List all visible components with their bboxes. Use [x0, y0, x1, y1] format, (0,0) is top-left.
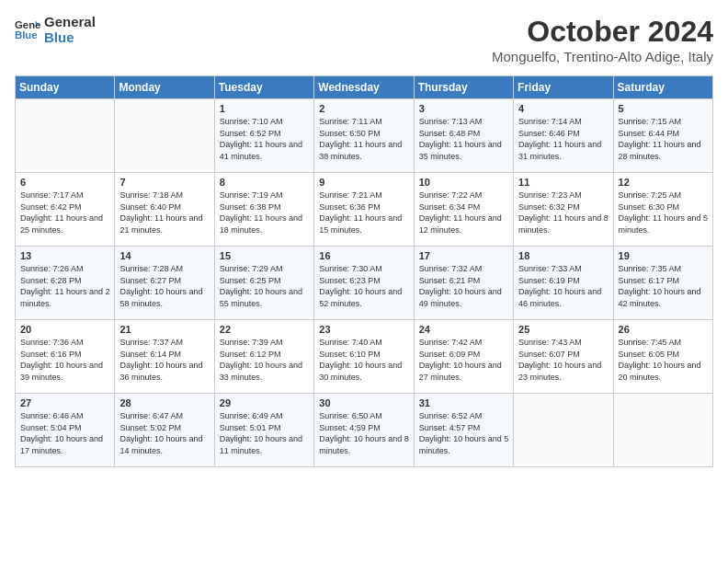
- calendar-cell: 25Sunrise: 7:43 AMSunset: 6:07 PMDayligh…: [514, 320, 613, 394]
- day-number: 11: [518, 177, 609, 188]
- day-detail: Sunrise: 7:13 AMSunset: 6:48 PMDaylight:…: [419, 116, 509, 162]
- day-detail: Sunrise: 7:23 AMSunset: 6:32 PMDaylight:…: [518, 190, 609, 236]
- day-number: 24: [419, 324, 509, 335]
- page-header: General Blue General Blue October 2024 M…: [15, 15, 713, 64]
- day-detail: Sunrise: 7:21 AMSunset: 6:36 PMDaylight:…: [319, 190, 409, 236]
- day-number: 3: [419, 103, 509, 114]
- calendar-cell: 26Sunrise: 7:45 AMSunset: 6:05 PMDayligh…: [613, 320, 712, 394]
- calendar-cell: 13Sunrise: 7:26 AMSunset: 6:28 PMDayligh…: [16, 247, 115, 320]
- calendar-cell: 20Sunrise: 7:36 AMSunset: 6:16 PMDayligh…: [16, 320, 115, 394]
- calendar-cell: 7Sunrise: 7:18 AMSunset: 6:40 PMDaylight…: [115, 173, 214, 247]
- calendar-cell: 16Sunrise: 7:30 AMSunset: 6:23 PMDayligh…: [314, 247, 414, 320]
- day-detail: Sunrise: 7:10 AMSunset: 6:52 PMDaylight:…: [220, 116, 310, 162]
- day-detail: Sunrise: 7:36 AMSunset: 6:16 PMDaylight:…: [20, 337, 110, 383]
- day-detail: Sunrise: 7:35 AMSunset: 6:17 PMDaylight:…: [619, 263, 709, 309]
- day-detail: Sunrise: 7:45 AMSunset: 6:05 PMDaylight:…: [619, 337, 709, 383]
- calendar-cell: 9Sunrise: 7:21 AMSunset: 6:36 PMDaylight…: [314, 173, 414, 247]
- calendar-cell: 27Sunrise: 6:46 AMSunset: 5:04 PMDayligh…: [16, 394, 115, 467]
- day-detail: Sunrise: 7:37 AMSunset: 6:14 PMDaylight:…: [119, 337, 210, 383]
- day-number: 20: [20, 324, 110, 335]
- day-detail: Sunrise: 6:52 AMSunset: 4:57 PMDaylight:…: [419, 410, 509, 456]
- weekday-header-sunday: Sunday: [16, 76, 115, 99]
- day-number: 1: [220, 103, 310, 114]
- logo-icon: General Blue: [15, 17, 40, 43]
- day-number: 7: [119, 177, 210, 188]
- weekday-header-wednesday: Wednesday: [314, 76, 414, 99]
- day-number: 15: [220, 250, 310, 261]
- day-number: 21: [119, 324, 210, 335]
- logo-text-blue: Blue: [44, 30, 96, 46]
- logo-text-general: General: [44, 15, 96, 30]
- day-detail: Sunrise: 7:15 AMSunset: 6:44 PMDaylight:…: [619, 116, 709, 162]
- title-block: October 2024 Monguelfo, Trentino-Alto Ad…: [492, 15, 713, 64]
- day-number: 10: [419, 177, 509, 188]
- calendar-cell: [16, 99, 115, 173]
- day-detail: Sunrise: 6:46 AMSunset: 5:04 PMDaylight:…: [20, 410, 110, 456]
- day-number: 16: [319, 250, 409, 261]
- calendar-cell: 14Sunrise: 7:28 AMSunset: 6:27 PMDayligh…: [115, 247, 214, 320]
- day-detail: Sunrise: 7:43 AMSunset: 6:07 PMDaylight:…: [518, 337, 609, 383]
- calendar-cell: 6Sunrise: 7:17 AMSunset: 6:42 PMDaylight…: [16, 173, 115, 247]
- day-detail: Sunrise: 7:18 AMSunset: 6:40 PMDaylight:…: [119, 190, 210, 236]
- day-number: 14: [119, 250, 210, 261]
- calendar-week-1: 1Sunrise: 7:10 AMSunset: 6:52 PMDaylight…: [16, 99, 713, 173]
- calendar-cell: 2Sunrise: 7:11 AMSunset: 6:50 PMDaylight…: [314, 99, 414, 173]
- weekday-header-friday: Friday: [514, 76, 613, 99]
- day-detail: Sunrise: 7:28 AMSunset: 6:27 PMDaylight:…: [119, 263, 210, 309]
- calendar-cell: [514, 394, 613, 467]
- calendar-week-5: 27Sunrise: 6:46 AMSunset: 5:04 PMDayligh…: [16, 394, 713, 467]
- calendar-cell: [115, 99, 214, 173]
- day-detail: Sunrise: 7:30 AMSunset: 6:23 PMDaylight:…: [319, 263, 409, 309]
- calendar-cell: 19Sunrise: 7:35 AMSunset: 6:17 PMDayligh…: [613, 247, 712, 320]
- calendar-cell: 1Sunrise: 7:10 AMSunset: 6:52 PMDaylight…: [214, 99, 313, 173]
- calendar-cell: 11Sunrise: 7:23 AMSunset: 6:32 PMDayligh…: [514, 173, 613, 247]
- calendar-cell: 30Sunrise: 6:50 AMSunset: 4:59 PMDayligh…: [314, 394, 414, 467]
- day-detail: Sunrise: 7:29 AMSunset: 6:25 PMDaylight:…: [220, 263, 310, 309]
- calendar-cell: 10Sunrise: 7:22 AMSunset: 6:34 PMDayligh…: [414, 173, 513, 247]
- day-detail: Sunrise: 7:39 AMSunset: 6:12 PMDaylight:…: [220, 337, 310, 383]
- day-detail: Sunrise: 7:22 AMSunset: 6:34 PMDaylight:…: [419, 190, 509, 236]
- day-number: 5: [619, 103, 709, 114]
- day-number: 13: [20, 250, 110, 261]
- day-number: 27: [20, 397, 110, 408]
- calendar-week-4: 20Sunrise: 7:36 AMSunset: 6:16 PMDayligh…: [16, 320, 713, 394]
- day-detail: Sunrise: 7:17 AMSunset: 6:42 PMDaylight:…: [20, 190, 110, 236]
- day-number: 8: [220, 177, 310, 188]
- weekday-header-saturday: Saturday: [613, 76, 712, 99]
- day-number: 25: [518, 324, 609, 335]
- day-number: 30: [319, 397, 409, 408]
- location-subtitle: Monguelfo, Trentino-Alto Adige, Italy: [492, 49, 713, 64]
- day-number: 28: [119, 397, 210, 408]
- day-detail: Sunrise: 6:47 AMSunset: 5:02 PMDaylight:…: [119, 410, 210, 456]
- day-detail: Sunrise: 7:32 AMSunset: 6:21 PMDaylight:…: [419, 263, 509, 309]
- day-number: 6: [20, 177, 110, 188]
- calendar-cell: 22Sunrise: 7:39 AMSunset: 6:12 PMDayligh…: [214, 320, 313, 394]
- day-number: 26: [619, 324, 709, 335]
- weekday-header-row: SundayMondayTuesdayWednesdayThursdayFrid…: [16, 76, 713, 99]
- day-detail: Sunrise: 7:11 AMSunset: 6:50 PMDaylight:…: [319, 116, 409, 162]
- day-detail: Sunrise: 6:49 AMSunset: 5:01 PMDaylight:…: [220, 410, 310, 456]
- day-number: 19: [619, 250, 709, 261]
- day-detail: Sunrise: 7:25 AMSunset: 6:30 PMDaylight:…: [619, 190, 709, 236]
- weekday-header-thursday: Thursday: [414, 76, 513, 99]
- calendar-cell: 18Sunrise: 7:33 AMSunset: 6:19 PMDayligh…: [514, 247, 613, 320]
- calendar-week-2: 6Sunrise: 7:17 AMSunset: 6:42 PMDaylight…: [16, 173, 713, 247]
- month-title: October 2024: [492, 15, 713, 49]
- calendar-table: SundayMondayTuesdayWednesdayThursdayFrid…: [15, 75, 713, 467]
- calendar-cell: 24Sunrise: 7:42 AMSunset: 6:09 PMDayligh…: [414, 320, 513, 394]
- day-detail: Sunrise: 7:33 AMSunset: 6:19 PMDaylight:…: [518, 263, 609, 309]
- weekday-header-tuesday: Tuesday: [214, 76, 313, 99]
- calendar-cell: 23Sunrise: 7:40 AMSunset: 6:10 PMDayligh…: [314, 320, 414, 394]
- calendar-cell: [613, 394, 712, 467]
- calendar-cell: 31Sunrise: 6:52 AMSunset: 4:57 PMDayligh…: [414, 394, 513, 467]
- day-detail: Sunrise: 7:26 AMSunset: 6:28 PMDaylight:…: [20, 263, 110, 309]
- day-number: 18: [518, 250, 609, 261]
- day-number: 29: [220, 397, 310, 408]
- calendar-cell: 17Sunrise: 7:32 AMSunset: 6:21 PMDayligh…: [414, 247, 513, 320]
- calendar-cell: 4Sunrise: 7:14 AMSunset: 6:46 PMDaylight…: [514, 99, 613, 173]
- calendar-cell: 28Sunrise: 6:47 AMSunset: 5:02 PMDayligh…: [115, 394, 214, 467]
- svg-text:Blue: Blue: [15, 29, 38, 40]
- day-detail: Sunrise: 6:50 AMSunset: 4:59 PMDaylight:…: [319, 410, 409, 456]
- day-number: 22: [220, 324, 310, 335]
- calendar-cell: 5Sunrise: 7:15 AMSunset: 6:44 PMDaylight…: [613, 99, 712, 173]
